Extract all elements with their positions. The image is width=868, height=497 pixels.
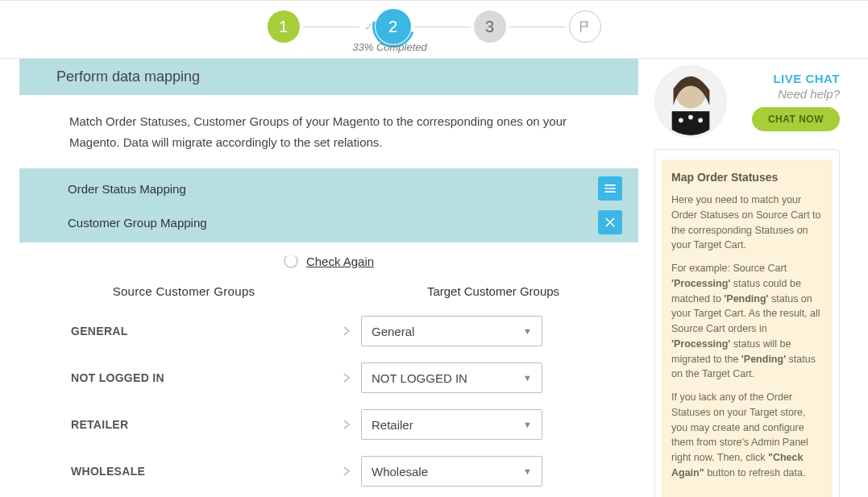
mapping-row: GENERAL General ▼: [35, 308, 622, 354]
help-paragraph: If you lack any of the Order Statuses on…: [671, 390, 823, 481]
chevron-right-icon: [343, 419, 351, 430]
chevron-right-icon: [343, 466, 351, 477]
svg-point-4: [688, 115, 693, 120]
step-1[interactable]: 1: [268, 10, 300, 43]
select-value: Wholesale: [372, 465, 428, 478]
select-value: NOT LOGGED IN: [372, 371, 467, 385]
avatar: [654, 65, 727, 138]
tab-order-status[interactable]: Order Status Mapping: [68, 182, 186, 196]
target-group-select[interactable]: Wholesale ▼: [361, 456, 542, 487]
target-group-select[interactable]: Retailer ▼: [361, 409, 542, 440]
step-finish[interactable]: [569, 10, 601, 43]
svg-point-5: [698, 118, 703, 123]
select-value: General: [372, 325, 414, 338]
caret-down-icon: ▼: [523, 420, 532, 429]
mapping-row: WHOLESALE Wholesale ▼: [35, 448, 622, 495]
caret-down-icon: ▼: [523, 466, 532, 476]
step-2-current[interactable]: 2: [376, 9, 411, 44]
live-chat-title: LIVE CHAT: [735, 72, 840, 85]
help-panel: Map Order Statuses Here you need to matc…: [654, 149, 840, 497]
chat-now-button[interactable]: CHAT NOW: [752, 107, 840, 131]
target-group-select[interactable]: General ▼: [361, 316, 542, 346]
svg-point-3: [679, 118, 683, 123]
step-3[interactable]: 3: [474, 10, 506, 43]
progress-label: 33% Completed: [0, 41, 824, 53]
mapping-row: NOT LOGGED IN NOT LOGGED IN ▼: [35, 354, 622, 401]
menu-icon: [602, 180, 618, 197]
target-column-header: Target Customer Groups: [332, 284, 622, 298]
chevron-right-icon: [343, 325, 351, 337]
select-value: Retailer: [372, 418, 413, 432]
live-chat-subtitle: Need help?: [735, 87, 840, 101]
help-title: Map Order Statuses: [671, 169, 823, 186]
expand-button[interactable]: [598, 176, 622, 201]
target-group-select[interactable]: NOT LOGGED IN ▼: [361, 362, 542, 393]
section-title: Perform data mapping: [19, 59, 638, 95]
chevron-right-icon: [343, 372, 351, 383]
help-paragraph: For example: Source Cart 'Processing' st…: [671, 261, 823, 382]
section-description: Match Order Statuses, Customer Groups of…: [19, 95, 638, 168]
check-again-link[interactable]: Check Again: [306, 255, 374, 268]
tab-customer-group[interactable]: Customer Group Mapping: [68, 216, 207, 230]
step-connector: [303, 27, 359, 27]
refresh-icon: [284, 254, 298, 268]
caret-down-icon: ▼: [523, 373, 532, 383]
collapse-button[interactable]: [598, 210, 622, 234]
help-paragraph: Here you need to match your Order Status…: [671, 193, 823, 253]
mapping-row: RETAILER Retailer ▼: [35, 401, 622, 448]
source-group-label: GENERAL: [35, 325, 332, 338]
flag-icon: [578, 19, 592, 34]
step-connector: [414, 27, 471, 27]
wizard-stepper: 1 ✓ 2 3 33% Completed: [0, 0, 868, 59]
svg-rect-2: [672, 111, 710, 135]
source-group-label: WHOLESALE: [35, 465, 332, 478]
source-group-label: RETAILER: [35, 418, 332, 431]
close-icon: [603, 215, 617, 230]
caret-down-icon: ▼: [523, 326, 532, 336]
source-group-label: NOT LOGGED IN: [35, 371, 332, 384]
live-chat-widget: LIVE CHAT Need help? CHAT NOW: [654, 65, 840, 138]
step-connector: [509, 27, 566, 27]
source-column-header: Source Customer Groups: [35, 284, 332, 298]
